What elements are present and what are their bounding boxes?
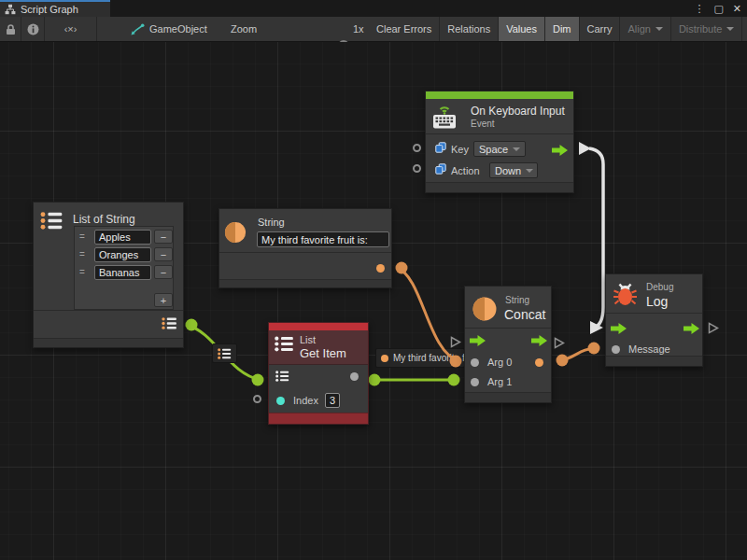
message-input-port[interactable]: [612, 345, 620, 354]
node-header: Debug Log: [606, 274, 702, 314]
tab-title: Script Graph: [21, 4, 78, 15]
arg0-input-port[interactable]: [471, 358, 479, 367]
error-accent-bar-bottom: [269, 413, 368, 424]
key-input-icon: [435, 142, 446, 153]
cable-endpoint[interactable]: [396, 262, 408, 274]
list-item-field[interactable]: Oranges: [94, 247, 151, 262]
node-title: Log: [646, 294, 668, 309]
node-get-item[interactable]: List Get Item Index 3: [268, 322, 369, 425]
action-value-port[interactable]: [413, 164, 421, 173]
remove-item-button[interactable]: −: [154, 265, 173, 279]
debug-bug-icon: [613, 281, 638, 307]
drag-handle[interactable]: =: [79, 231, 85, 242]
zoom-label: Zoom: [231, 17, 257, 41]
node-title: String: [258, 217, 285, 228]
key-label: Key: [451, 144, 469, 155]
list-output-port-icon[interactable]: [162, 317, 177, 329]
values-toggle[interactable]: Values: [499, 17, 545, 41]
control-in-endpoint-log[interactable]: [590, 321, 603, 334]
chevron-down-icon: [655, 27, 663, 31]
list-item-field[interactable]: Apples: [94, 230, 151, 245]
list-item-field[interactable]: Bananas: [94, 265, 151, 280]
carry-toggle[interactable]: Carry: [580, 17, 621, 41]
arg1-input-port[interactable]: [471, 378, 479, 386]
cable-endpoint[interactable]: [369, 374, 381, 386]
node-title: Concat: [504, 307, 545, 322]
drag-handle[interactable]: =: [79, 249, 85, 259]
add-item-button[interactable]: +: [154, 293, 173, 307]
overview-button[interactable]: Overview: [742, 17, 747, 41]
info-icon: [27, 23, 39, 35]
tab-script-graph[interactable]: Script Graph: [0, 0, 110, 17]
item-output-port[interactable]: [350, 372, 359, 381]
string-type-icon: [224, 221, 247, 244]
control-output-port[interactable]: [684, 323, 699, 334]
window-menu-icon[interactable]: ⋮: [694, 3, 704, 15]
align-dropdown[interactable]: Align: [620, 17, 670, 41]
dim-toggle[interactable]: Dim: [545, 17, 580, 41]
remove-item-button[interactable]: −: [154, 230, 173, 244]
control-output-port[interactable]: [552, 145, 568, 156]
cable-concat-to-log-message[interactable]: [557, 348, 598, 360]
list-item-row: = Bananas −: [75, 264, 173, 282]
action-input-icon: [435, 163, 446, 175]
index-value-port[interactable]: [253, 395, 261, 403]
log-control-out-port[interactable]: [708, 322, 719, 334]
lock-button[interactable]: [0, 17, 21, 41]
node-debug-log[interactable]: Debug Log Message: [605, 273, 703, 367]
cable-endpoint[interactable]: [588, 343, 600, 355]
value-badge-list: [212, 343, 237, 363]
node-category: Debug: [646, 282, 673, 292]
chevron-down-icon: [526, 169, 533, 173]
gameobject-graph-icon: [130, 23, 145, 35]
concat-control-in-port[interactable]: [450, 336, 461, 348]
node-footer: [465, 392, 551, 402]
key-dropdown[interactable]: Space: [473, 141, 526, 157]
cable-endpoint[interactable]: [448, 374, 460, 386]
output-port-row: [34, 312, 183, 340]
concat-control-out-port[interactable]: [554, 337, 565, 349]
graph-canvas[interactable]: My third favorite fr.. List of String: [0, 42, 747, 560]
node-title: Get Item: [300, 346, 346, 360]
clear-errors-button[interactable]: Clear Errors: [369, 17, 440, 41]
node-title: List of String: [73, 213, 135, 226]
cable-endpoint[interactable]: [186, 319, 198, 331]
node-header: String My third favorite fruit is:: [219, 209, 391, 253]
info-button[interactable]: [21, 17, 45, 41]
code-view-button[interactable]: ‹×›: [45, 17, 97, 41]
string-value-field[interactable]: My third favorite fruit is:: [257, 231, 389, 247]
drag-handle[interactable]: =: [79, 267, 85, 277]
control-out-port-keyboard[interactable]: [579, 142, 591, 155]
cable-control-keyboard-to-log[interactable]: [589, 148, 603, 328]
node-footer: [606, 356, 702, 366]
graph-toolbar: ‹×› GameObject Zoom 1x Clear Errors Rela…: [0, 17, 747, 42]
graph-icon: [5, 4, 16, 15]
node-on-keyboard-input[interactable]: On Keyboard Input Event Key Space Action: [425, 91, 574, 193]
relations-button[interactable]: Relations: [440, 17, 499, 41]
node-list-of-string[interactable]: List of String = Apples − = Oranges − =: [33, 202, 184, 348]
cable-endpoint[interactable]: [557, 355, 569, 367]
cable-endpoint[interactable]: [252, 374, 264, 386]
string-output-port[interactable]: [535, 358, 543, 367]
window-close-icon[interactable]: ✕: [733, 3, 741, 15]
index-input-port[interactable]: [276, 397, 285, 405]
chevron-down-icon: [513, 147, 520, 151]
index-field[interactable]: 3: [325, 393, 340, 408]
key-value-port[interactable]: [413, 144, 421, 152]
list-icon: [275, 336, 294, 352]
control-output-port[interactable]: [531, 335, 547, 346]
node-concat[interactable]: String Concat Arg 0 Arg 1: [464, 286, 552, 403]
action-dropdown[interactable]: Down: [489, 162, 538, 178]
code-view-glyph: ‹×›: [64, 23, 78, 35]
node-category: String: [505, 295, 529, 305]
control-input-port[interactable]: [611, 323, 627, 334]
node-string-literal[interactable]: String My third favorite fruit is:: [218, 208, 392, 288]
window-maximize-icon[interactable]: ▢: [713, 3, 723, 15]
string-output-port[interactable]: [376, 264, 385, 273]
distribute-dropdown[interactable]: Distribute: [671, 17, 742, 41]
remove-item-button[interactable]: −: [154, 247, 173, 261]
node-title: On Keyboard Input: [471, 105, 565, 118]
value-badge-string: My third favorite fr..: [375, 348, 465, 368]
control-input-port[interactable]: [470, 335, 486, 346]
list-input-port-icon[interactable]: [275, 371, 289, 382]
